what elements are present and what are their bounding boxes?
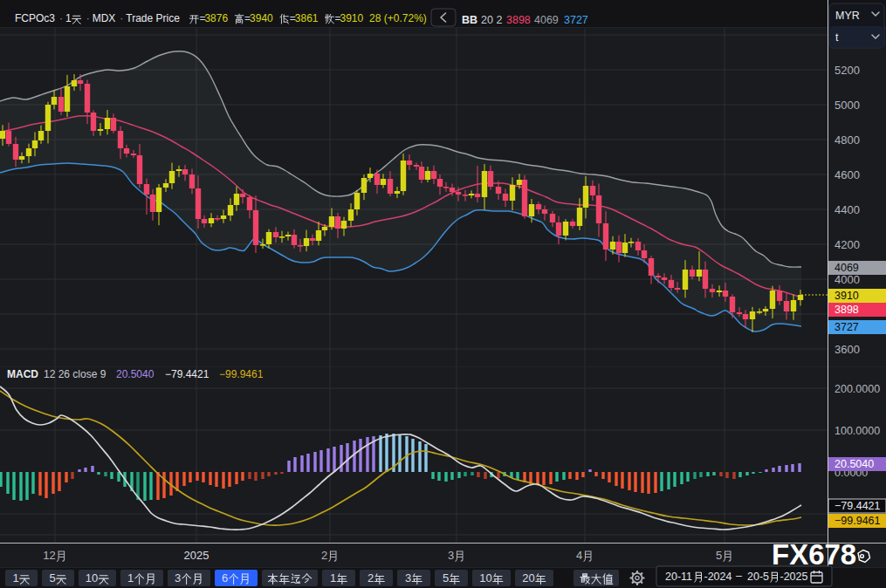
svg-text:4600: 4600 — [834, 168, 860, 181]
svg-text:2025: 2025 — [184, 549, 209, 562]
svg-text:MYR: MYR — [835, 10, 860, 22]
svg-text:2: 2 — [367, 571, 374, 585]
svg-text:6: 6 — [222, 571, 228, 585]
svg-text:20-5: 20-5 — [747, 571, 769, 583]
svg-text:3898: 3898 — [506, 14, 531, 26]
svg-text:3727: 3727 — [564, 14, 588, 26]
svg-text:20-11: 20-11 — [665, 571, 692, 583]
svg-text:5200: 5200 — [834, 64, 860, 77]
svg-text:4: 4 — [576, 549, 582, 562]
svg-text:5: 5 — [49, 571, 55, 585]
svg-text:1: 1 — [127, 571, 134, 585]
svg-text:1: 1 — [12, 571, 18, 585]
svg-text:3940: 3940 — [250, 12, 273, 24]
svg-text:20: 20 — [522, 571, 534, 585]
svg-text:4069: 4069 — [834, 262, 859, 274]
svg-text:200.0000: 200.0000 — [834, 383, 880, 395]
svg-text:·: · — [86, 12, 90, 24]
svg-text:20.5040: 20.5040 — [834, 458, 874, 470]
svg-text:10: 10 — [479, 571, 491, 585]
svg-text:t: t — [835, 31, 839, 44]
svg-text:-2025: -2025 — [780, 571, 808, 583]
svg-text:20.5040: 20.5040 — [116, 368, 155, 380]
svg-text:·: · — [59, 12, 63, 24]
svg-text:3600: 3600 — [834, 343, 860, 356]
svg-text:MDX: MDX — [93, 12, 116, 24]
svg-text:5: 5 — [716, 549, 722, 562]
svg-text:4400: 4400 — [834, 203, 860, 216]
svg-text:28 (+0.72%): 28 (+0.72%) — [369, 12, 427, 24]
svg-text:1: 1 — [330, 571, 336, 585]
svg-text:5000: 5000 — [834, 99, 860, 112]
svg-text:3910: 3910 — [340, 12, 364, 24]
svg-text:3: 3 — [175, 571, 181, 585]
svg-text:−79.4421: −79.4421 — [834, 500, 881, 512]
svg-text:3727: 3727 — [834, 321, 859, 333]
svg-text:2: 2 — [321, 549, 327, 562]
svg-text:−99.9461: −99.9461 — [219, 368, 264, 380]
svg-text:FCPOc3: FCPOc3 — [15, 12, 55, 24]
svg-text:4200: 4200 — [834, 238, 860, 251]
svg-text:–: – — [736, 570, 742, 582]
svg-text:3: 3 — [405, 571, 411, 585]
svg-text:12: 12 — [43, 549, 55, 562]
svg-text:BB: BB — [462, 14, 477, 26]
svg-text:MACD: MACD — [7, 368, 38, 380]
svg-text:3: 3 — [448, 549, 454, 562]
svg-text:Trade Price: Trade Price — [126, 12, 180, 24]
svg-text:FX678: FX678 — [772, 538, 856, 571]
svg-text:·: · — [120, 12, 123, 24]
svg-text:1: 1 — [65, 12, 72, 24]
svg-text:-2024: -2024 — [704, 571, 732, 583]
svg-text:20 2: 20 2 — [481, 14, 502, 26]
svg-text:3861: 3861 — [295, 12, 319, 24]
svg-text:3898: 3898 — [834, 304, 859, 316]
svg-text:5: 5 — [443, 571, 449, 585]
svg-text:4800: 4800 — [834, 133, 860, 147]
svg-text:100.0000: 100.0000 — [834, 425, 880, 437]
svg-text:−79.4421: −79.4421 — [165, 368, 209, 380]
svg-text:−99.9461: −99.9461 — [834, 515, 881, 527]
svg-text:3910: 3910 — [834, 290, 859, 302]
svg-text:10: 10 — [86, 571, 98, 585]
svg-text:4069: 4069 — [534, 14, 559, 26]
svg-text:12 26 close 9: 12 26 close 9 — [44, 368, 106, 380]
svg-text:3876: 3876 — [204, 12, 228, 24]
